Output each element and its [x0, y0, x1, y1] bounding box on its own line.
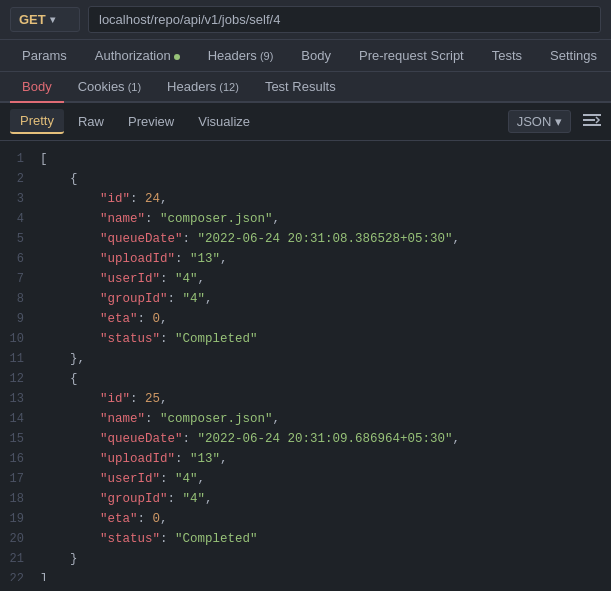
- code-line: 8 "groupId": "4",: [0, 289, 611, 309]
- sub-tab-cookies[interactable]: Cookies (1): [66, 72, 153, 101]
- svg-rect-1: [583, 119, 595, 121]
- token-punc: ,: [160, 392, 168, 406]
- token-punc: [40, 272, 100, 286]
- token-key: "status": [100, 332, 160, 346]
- nav-tab-settings[interactable]: Settings: [538, 40, 609, 71]
- code-line: 7 "userId": "4",: [0, 269, 611, 289]
- nav-tab-dot-authorization: [174, 54, 180, 60]
- token-key: "name": [100, 412, 145, 426]
- token-punc: },: [40, 352, 85, 366]
- json-format-select[interactable]: JSON ▾: [508, 110, 571, 133]
- token-num: 24: [145, 192, 160, 206]
- method-select[interactable]: GET ▾: [10, 7, 80, 32]
- token-punc: [40, 192, 100, 206]
- token-punc: :: [183, 432, 198, 446]
- token-str: "composer.json": [160, 412, 273, 426]
- code-line: 3 "id": 24,: [0, 189, 611, 209]
- token-punc: ,: [273, 412, 281, 426]
- line-content: "name": "composer.json",: [40, 409, 280, 429]
- fmt-tab-raw[interactable]: Raw: [68, 110, 114, 133]
- token-punc: [40, 412, 100, 426]
- url-bar: GET ▾: [0, 0, 611, 40]
- method-arrow-icon: ▾: [50, 14, 55, 25]
- token-str: "Completed": [175, 332, 258, 346]
- token-punc: [40, 392, 100, 406]
- sub-tabs-row: BodyCookies (1)Headers (12)Test Results: [0, 72, 611, 103]
- line-number: 21: [0, 549, 40, 569]
- token-key: "queueDate": [100, 432, 183, 446]
- code-line: 2 {: [0, 169, 611, 189]
- token-punc: [40, 472, 100, 486]
- nav-tab-tests[interactable]: Tests: [480, 40, 534, 71]
- line-number: 13: [0, 389, 40, 409]
- code-line: 17 "userId": "4",: [0, 469, 611, 489]
- token-punc: [40, 232, 100, 246]
- nav-tab-params[interactable]: Params: [10, 40, 79, 71]
- token-str: "13": [190, 452, 220, 466]
- token-punc: [40, 212, 100, 226]
- token-str: "2022-06-24 20:31:09.686964+05:30": [198, 432, 453, 446]
- code-line: 6 "uploadId": "13",: [0, 249, 611, 269]
- line-number: 2: [0, 169, 40, 189]
- token-punc: ,: [205, 292, 213, 306]
- url-input[interactable]: [88, 6, 601, 33]
- line-number: 9: [0, 309, 40, 329]
- method-label: GET: [19, 12, 46, 27]
- token-punc: :: [160, 472, 175, 486]
- token-punc: [40, 312, 100, 326]
- sub-tab-body[interactable]: Body: [10, 72, 64, 103]
- nav-tab-prerequest[interactable]: Pre-request Script: [347, 40, 476, 71]
- line-content: ]: [40, 569, 48, 581]
- token-key: "groupId": [100, 492, 168, 506]
- code-line: 19 "eta": 0,: [0, 509, 611, 529]
- token-punc: ,: [198, 272, 206, 286]
- line-content: "uploadId": "13",: [40, 449, 228, 469]
- token-punc: ,: [273, 212, 281, 226]
- token-punc: :: [145, 412, 160, 426]
- token-punc: [: [40, 152, 48, 166]
- token-punc: [40, 452, 100, 466]
- line-content: "eta": 0,: [40, 309, 168, 329]
- sub-tab-badge-cookies: (1): [125, 81, 142, 93]
- token-punc: ,: [220, 452, 228, 466]
- token-key: "eta": [100, 512, 138, 526]
- token-punc: [40, 492, 100, 506]
- code-line: 9 "eta": 0,: [0, 309, 611, 329]
- line-number: 8: [0, 289, 40, 309]
- line-content: }: [40, 549, 78, 569]
- token-punc: [40, 252, 100, 266]
- line-number: 5: [0, 229, 40, 249]
- nav-tab-headers[interactable]: Headers (9): [196, 40, 286, 71]
- token-key: "eta": [100, 312, 138, 326]
- fmt-tab-pretty[interactable]: Pretty: [10, 109, 64, 134]
- fmt-tab-preview[interactable]: Preview: [118, 110, 184, 133]
- wrap-icon[interactable]: [583, 113, 601, 131]
- line-content: "uploadId": "13",: [40, 249, 228, 269]
- token-str: "composer.json": [160, 212, 273, 226]
- code-line: 13 "id": 25,: [0, 389, 611, 409]
- token-punc: :: [160, 532, 175, 546]
- token-punc: [40, 532, 100, 546]
- sub-tab-headers[interactable]: Headers (12): [155, 72, 251, 101]
- nav-tab-authorization[interactable]: Authorization: [83, 40, 192, 71]
- token-punc: }: [40, 552, 78, 566]
- code-line: 10 "status": "Completed": [0, 329, 611, 349]
- nav-tab-body[interactable]: Body: [289, 40, 343, 71]
- sub-tab-test-results[interactable]: Test Results: [253, 72, 348, 101]
- code-line: 5 "queueDate": "2022-06-24 20:31:08.3865…: [0, 229, 611, 249]
- fmt-tab-visualize[interactable]: Visualize: [188, 110, 260, 133]
- token-punc: [40, 432, 100, 446]
- code-line: 15 "queueDate": "2022-06-24 20:31:09.686…: [0, 429, 611, 449]
- token-str: "4": [175, 272, 198, 286]
- token-punc: ,: [453, 432, 461, 446]
- token-punc: :: [130, 392, 145, 406]
- code-line: 4 "name": "composer.json",: [0, 209, 611, 229]
- line-content: "status": "Completed": [40, 529, 258, 549]
- line-number: 16: [0, 449, 40, 469]
- token-punc: {: [40, 372, 78, 386]
- token-punc: :: [175, 452, 190, 466]
- svg-rect-2: [583, 124, 601, 126]
- token-str: "4": [183, 492, 206, 506]
- line-number: 3: [0, 189, 40, 209]
- token-key: "groupId": [100, 292, 168, 306]
